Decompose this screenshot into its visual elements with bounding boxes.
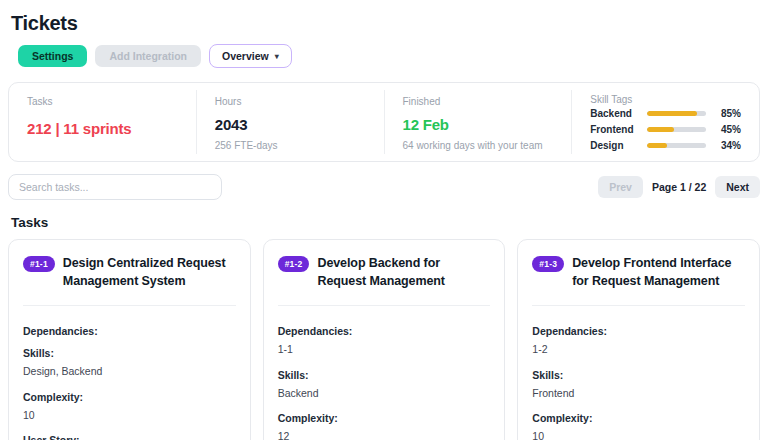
field-value: Backend — [278, 385, 491, 402]
tasks-section-heading: Tasks — [11, 215, 760, 230]
field-complexity: Complexity: 10 — [23, 391, 236, 424]
field-value: 12 — [278, 428, 491, 440]
task-card-header: #1-2 Develop Backend for Request Managem… — [278, 254, 491, 290]
task-card-title: Develop Backend for Request Management — [317, 254, 490, 290]
stat-hours-label: Hours — [215, 96, 366, 107]
field-complexity: Complexity: 12 — [278, 412, 491, 440]
task-card-header: #1-1 Design Centralized Request Manageme… — [23, 254, 236, 290]
next-page-button[interactable]: Next — [715, 176, 760, 198]
pagination: Prev Page 1 / 22 Next — [598, 176, 760, 198]
field-skills: Skills: Backend — [278, 369, 491, 402]
field-dependencies: Dependancies: 1-1 — [278, 325, 491, 358]
toolbar: Settings Add Integration Overview ▾ — [18, 44, 760, 68]
task-card[interactable]: #1-1 Design Centralized Request Manageme… — [8, 239, 251, 440]
skill-progress-bar — [647, 127, 706, 132]
field-dependencies: Dependancies: — [23, 325, 236, 337]
skill-name: Design — [590, 140, 638, 151]
stat-tasks-value: 212 | 11 sprints — [27, 120, 178, 137]
skill-name: Backend — [590, 108, 638, 119]
overview-dropdown[interactable]: Overview ▾ — [209, 44, 292, 68]
skill-row-frontend: Frontend 45% — [590, 124, 741, 135]
skill-percent: 45% — [715, 124, 741, 135]
field-label: User Story: — [23, 434, 236, 440]
ticket-id-badge: #1-2 — [278, 256, 310, 272]
field-label: Dependancies: — [23, 325, 236, 337]
task-card-title: Design Centralized Request Management Sy… — [63, 254, 236, 290]
field-label: Skills: — [278, 369, 491, 381]
field-value: Frontend — [532, 385, 745, 402]
task-card-header: #1-3 Develop Frontend Interface for Requ… — [532, 254, 745, 290]
skill-progress-bar — [647, 111, 706, 116]
stat-hours: Hours 2043 256 FTE-days — [197, 83, 384, 161]
ticket-id-badge: #1-3 — [532, 256, 564, 272]
field-label: Complexity: — [278, 412, 491, 424]
stats-summary-card: Tasks 212 | 11 sprints Hours 2043 256 FT… — [8, 82, 760, 162]
stat-hours-sub: 256 FTE-days — [215, 140, 366, 151]
field-label: Dependancies: — [532, 325, 745, 337]
task-card[interactable]: #1-3 Develop Frontend Interface for Requ… — [517, 239, 760, 440]
field-value: 10 — [532, 428, 745, 440]
chevron-down-icon: ▾ — [275, 52, 279, 61]
field-label: Complexity: — [532, 412, 745, 424]
divider — [532, 305, 745, 306]
ticket-id-badge: #1-1 — [23, 256, 55, 272]
skill-name: Frontend — [590, 124, 638, 135]
add-integration-button[interactable]: Add Integration — [95, 45, 201, 67]
field-label: Skills: — [532, 369, 745, 381]
stat-hours-value: 2043 — [215, 116, 366, 133]
task-card[interactable]: #1-2 Develop Backend for Request Managem… — [263, 239, 506, 440]
field-user-story: User Story: As a system architect, I wan… — [23, 434, 236, 440]
skill-percent: 34% — [715, 140, 741, 151]
page-title: Tickets — [11, 12, 760, 35]
field-label: Complexity: — [23, 391, 236, 403]
skill-row-design: Design 34% — [590, 140, 741, 151]
skill-row-backend: Backend 85% — [590, 108, 741, 119]
stat-finished-value: 12 Feb — [403, 116, 554, 133]
field-value: 1-1 — [278, 341, 491, 358]
field-skills: Skills: Frontend — [532, 369, 745, 402]
stat-tasks-label: Tasks — [27, 96, 178, 107]
field-label: Skills: — [23, 347, 236, 359]
stat-finished: Finished 12 Feb 64 working days with you… — [385, 83, 572, 161]
overview-dropdown-label: Overview — [222, 50, 269, 62]
field-label: Dependancies: — [278, 325, 491, 337]
field-value: Design, Backend — [23, 363, 236, 380]
task-card-title: Develop Frontend Interface for Request M… — [572, 254, 745, 290]
skill-progress-bar — [647, 143, 706, 148]
field-skills: Skills: Design, Backend — [23, 347, 236, 380]
settings-button[interactable]: Settings — [18, 45, 87, 67]
skill-percent: 85% — [715, 108, 741, 119]
search-input[interactable] — [8, 174, 222, 200]
divider — [23, 305, 236, 306]
divider — [278, 305, 491, 306]
field-complexity: Complexity: 10 — [532, 412, 745, 440]
stat-skill-tags: Skill Tags Backend 85% Frontend 45% Desi… — [572, 83, 759, 161]
search-row: Prev Page 1 / 22 Next — [8, 174, 760, 200]
field-value: 10 — [23, 407, 236, 424]
field-dependencies: Dependancies: 1-2 — [532, 325, 745, 358]
stat-finished-label: Finished — [403, 96, 554, 107]
task-cards: #1-1 Design Centralized Request Manageme… — [8, 239, 760, 440]
skill-tags-label: Skill Tags — [590, 94, 741, 105]
field-value: 1-2 — [532, 341, 745, 358]
page-indicator: Page 1 / 22 — [652, 181, 706, 193]
stat-tasks: Tasks 212 | 11 sprints — [9, 83, 196, 161]
prev-page-button[interactable]: Prev — [598, 176, 643, 198]
stat-finished-sub: 64 working days with your team — [403, 140, 554, 151]
